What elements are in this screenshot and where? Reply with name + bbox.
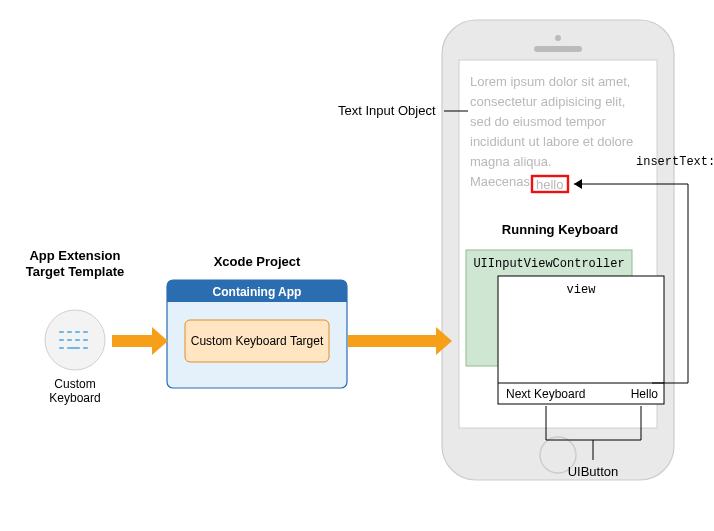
svg-point-1 xyxy=(555,35,561,41)
containing-app-title: Containing App xyxy=(213,285,302,299)
keyboard-template-label-l2: Keyboard xyxy=(49,391,100,405)
svg-rect-33 xyxy=(348,335,436,347)
keyboard-template-label-l1: Custom xyxy=(54,377,95,391)
custom-keyboard-target-label: Custom Keyboard Target xyxy=(191,334,324,348)
svg-text:UIButton: UIButton xyxy=(568,464,619,479)
inserted-hello-text: hello xyxy=(536,177,563,192)
flow-arrow-1 xyxy=(112,327,168,355)
xcode-project-heading: Xcode Project xyxy=(214,254,301,269)
template-heading-l1: App Extension xyxy=(29,248,120,263)
lorem-line-2: consectetur adipisicing elit, xyxy=(470,94,625,109)
svg-marker-32 xyxy=(152,327,168,355)
view-label: view xyxy=(567,283,597,297)
svg-text:insertText:: insertText: xyxy=(636,155,714,169)
lorem-line-3: sed do eiusmod tempor xyxy=(470,114,607,129)
lorem-line-1: Lorem ipsum dolor sit amet, xyxy=(470,74,630,89)
template-heading-l2: Target Template xyxy=(26,264,124,279)
svg-rect-31 xyxy=(112,335,152,347)
view-box: view Next Keyboard Hello xyxy=(498,276,664,404)
svg-rect-2 xyxy=(534,46,582,52)
running-keyboard-heading: Running Keyboard xyxy=(502,222,618,237)
input-view-controller-label: UIInputViewController xyxy=(473,257,624,271)
flow-arrow-2 xyxy=(348,327,452,355)
lorem-line-5: magna aliqua. xyxy=(470,154,552,169)
hello-button-text: Hello xyxy=(631,387,659,401)
svg-text:Text Input Object: Text Input Object xyxy=(338,103,436,118)
lorem-line-6: Maecenas xyxy=(470,174,530,189)
next-keyboard-button-text: Next Keyboard xyxy=(506,387,585,401)
keyboard-template-icon: Custom Keyboard xyxy=(45,310,105,405)
lorem-line-4: incididunt ut labore et dolore xyxy=(470,134,633,149)
containing-app-panel: Containing App Custom Keyboard Target xyxy=(167,280,347,388)
